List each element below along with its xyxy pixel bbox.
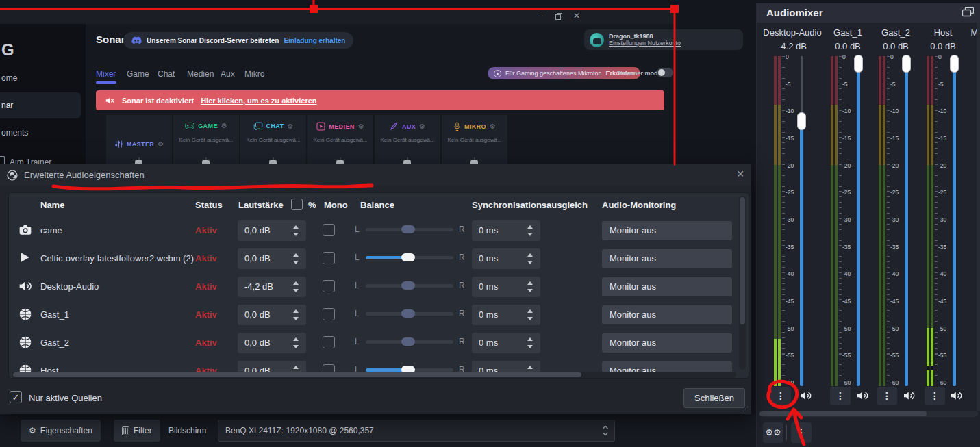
source-name: Celtic-overlay-latestfollower2.webm (2) (40, 253, 194, 264)
balance-slider[interactable]: L R (355, 278, 471, 294)
gg-titlebar: – ✕ (0, 9, 675, 24)
fader-handle[interactable] (950, 55, 959, 73)
dialog-close-icon[interactable]: ✕ (736, 168, 744, 179)
sync-offset-spinner[interactable]: 0 ms (472, 277, 540, 297)
monitoring-select[interactable]: Monitor aus (602, 305, 732, 324)
gear-icon[interactable]: ⚙ (490, 123, 496, 130)
sync-offset-spinner[interactable]: 0 ms (472, 220, 540, 241)
channel-mute-button[interactable] (856, 389, 869, 402)
gear-icon[interactable]: ⚙ (158, 140, 164, 148)
monitoring-select[interactable]: Monitor aus (602, 277, 732, 296)
screen-select[interactable]: BenQ XL2411Z: 1920x1080 @ 2560,357 (218, 420, 615, 442)
gear-icon[interactable]: ⚙ (287, 123, 293, 130)
mono-checkbox[interactable] (323, 224, 335, 236)
sync-offset-spinner[interactable]: 0 ms (472, 248, 540, 269)
filter-button-label: Filter (134, 426, 152, 435)
fader-handle[interactable] (854, 55, 863, 73)
properties-button[interactable]: ⚙ Eigenschaften (21, 420, 101, 442)
col-name: Name (40, 200, 64, 210)
active-sources-label: Nur aktive Quellen (29, 393, 102, 403)
col-percent: % (308, 200, 316, 210)
volume-spinner[interactable]: -4,2 dB (238, 277, 306, 297)
sidebar-item-sonar[interactable]: nar (0, 92, 81, 118)
audiomixer-panel: Audiomixer Desktop-Audio-4.2 dB0-5-10-15… (756, 3, 980, 447)
channel-mute-button[interactable] (950, 389, 963, 402)
gear-icon[interactable]: ⚙ (419, 123, 425, 130)
tab-aux[interactable]: Aux (221, 69, 235, 79)
channel-mute-button[interactable] (903, 389, 916, 402)
close-icon[interactable]: ✕ (570, 11, 583, 21)
camera-icon (18, 223, 34, 238)
resize-grip[interactable]: ⋰ (742, 405, 749, 412)
mixer-kebab-button[interactable]: ⋮ (791, 422, 812, 443)
gear-icon[interactable]: ⚙ (221, 122, 227, 129)
mixer-gear-button[interactable]: ⚙⚙ (763, 422, 783, 443)
channel-kebab-button[interactable]: ⋮ (770, 387, 791, 405)
channel-kebab-button[interactable]: ⋮ (830, 387, 851, 405)
strip-aux-label: AUX (402, 123, 416, 130)
volume-spinner[interactable]: 0,0 dB (238, 248, 306, 269)
vu-meter (927, 56, 929, 386)
col-mono: Mono (324, 200, 348, 210)
sync-offset-spinner[interactable]: 0 ms (472, 333, 540, 353)
user-account[interactable]: Dragon_tk1988 Einstellungen Nutzerkonto (584, 29, 743, 50)
tab-chat[interactable]: Chat (158, 69, 175, 79)
obs-logo-icon (7, 170, 18, 181)
monitoring-select[interactable]: Monitor aus (602, 333, 732, 353)
mixer-horizontal-scrollbar[interactable] (759, 411, 978, 417)
discord-invite-link[interactable]: Einladung erhalten (284, 37, 345, 44)
gear-icon[interactable]: ⚙ (358, 123, 364, 130)
monitoring-select[interactable]: Monitor aus (602, 249, 732, 268)
balance-slider[interactable]: L R (355, 250, 471, 266)
faders-icon (114, 140, 123, 149)
mono-checkbox[interactable] (323, 252, 335, 264)
fader-handle[interactable] (797, 112, 806, 130)
sidebar-item-moments[interactable]: oments (1, 128, 28, 138)
col-monitoring: Audio-Monitoring (602, 200, 676, 210)
audiomixer-channels: Desktop-Audio-4.2 dB0-5-10-15-20-25-30-3… (757, 3, 980, 447)
active-sources-checkbox[interactable]: ✓ (10, 391, 22, 403)
mono-checkbox[interactable] (323, 308, 335, 320)
channel-kebab-button[interactable]: ⋮ (877, 387, 897, 405)
restore-icon[interactable] (553, 12, 565, 22)
channel-kebab-button[interactable]: ⋮ (925, 387, 945, 405)
tab-game[interactable]: Game (127, 69, 149, 79)
table-row: Gast_2 Aktiv 0,0 dB L R 0 ms Monitor aus (9, 329, 749, 357)
tab-medien[interactable]: Medien (187, 69, 214, 79)
mixer-vertical-scrollbar[interactable] (977, 23, 980, 411)
mono-checkbox[interactable] (323, 280, 335, 292)
filter-button[interactable]: Filter (114, 420, 160, 442)
minimize-icon[interactable]: – (534, 11, 546, 21)
mixer-channel-db: 0.0 dB (902, 41, 980, 51)
table-vertical-scrollbar[interactable] (739, 196, 746, 370)
sync-offset-spinner[interactable]: 0 ms (472, 305, 540, 325)
streamer-mode-toggle[interactable] (657, 68, 673, 77)
user-settings-link[interactable]: Einstellungen Nutzerkonto (609, 40, 681, 47)
mono-checkbox[interactable] (323, 336, 335, 348)
chat-icon (253, 122, 263, 130)
tab-mixer[interactable]: Mixer (96, 69, 116, 79)
sidebar-item-home[interactable]: ome (1, 73, 17, 83)
monitoring-select[interactable]: Monitor aus (602, 221, 732, 240)
volume-spinner[interactable]: 0,0 dB (238, 305, 306, 325)
volume-spinner[interactable]: 0,0 dB (238, 220, 306, 241)
channel-mute-button[interactable] (799, 389, 812, 402)
fader-handle[interactable] (902, 55, 911, 73)
volume-percent-checkbox[interactable] (291, 199, 303, 210)
table-horizontal-scrollbar[interactable] (12, 372, 736, 378)
balance-slider[interactable]: L R (355, 306, 471, 322)
tab-mikro[interactable]: Mikro (244, 69, 264, 79)
discord-banner[interactable]: Unserem Sonar Discord-Server beitreten E… (123, 32, 353, 49)
banner-activate-link[interactable]: Hier klicken, um es zu aktivieren (201, 97, 316, 105)
balance-slider[interactable]: L R (355, 334, 471, 350)
vu-meter (883, 56, 885, 386)
globe-icon (18, 307, 34, 322)
volume-spinner[interactable]: 0,0 dB (238, 333, 306, 353)
status-badge: Aktiv (195, 253, 217, 264)
vu-meter (774, 56, 777, 386)
close-dialog-button[interactable]: Schließen (683, 388, 745, 408)
table-row: Desktop-Audio Aktiv -4,2 dB L R 0 ms Mon… (9, 272, 749, 301)
obs-source-toolbar: ⚙ Eigenschaften Filter Bildschirm BenQ X… (0, 414, 756, 447)
meter-scale-ticks (887, 56, 890, 383)
balance-slider[interactable]: L R (355, 222, 471, 238)
